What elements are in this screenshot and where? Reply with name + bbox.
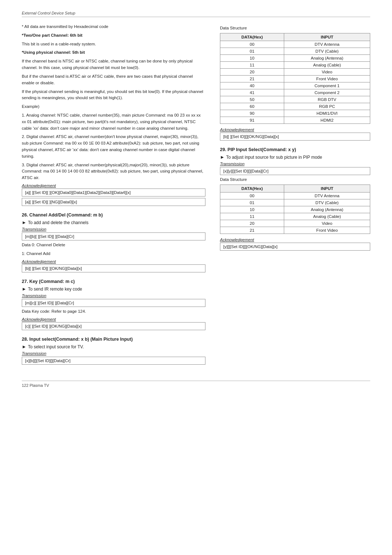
intro-line-7: If the physical channel sending is meani… — [22, 89, 205, 102]
input-table-2: DATA(Hex) INPUT 00DTV Antenna01DTV (Cabl… — [220, 185, 370, 234]
table-cell: Front Video — [284, 227, 370, 234]
table2-header-hex: DATA(Hex) — [220, 185, 284, 193]
section-28: 28. Input select(Command: x b) (Main Pic… — [22, 337, 205, 365]
table-cell: Video — [284, 220, 370, 227]
right-column: Data Structure DATA(Hex) INPUT 00DTV Ant… — [220, 24, 370, 366]
table-row: 01DTV (Cable) — [220, 48, 370, 55]
section-26-tx-code: [m][b][ ][Set ID][ ][Data][Cr] — [22, 232, 205, 240]
table-cell: 20 — [220, 69, 284, 76]
table-cell: Component 1 — [284, 82, 370, 89]
section-27-tx-code: [m][c][ ][Set ID][ ][Data][Cr] — [22, 299, 205, 307]
section-26-heading: 26. Channel Add/Del (Command: m b) — [22, 212, 205, 218]
table-row: 91HDMI2 — [220, 117, 370, 124]
table1-header-input: INPUT — [284, 33, 370, 41]
table-row: 00DTV Antenna — [220, 193, 370, 199]
table-cell: 10 — [220, 206, 284, 213]
intro-line-1: * All data are transmitted by Hexadecima… — [22, 24, 205, 30]
table-cell: Analog (Cable) — [284, 213, 370, 220]
input-table-1: DATA(Hex) INPUT 00DTV Antenna01DTV (Cabl… — [220, 33, 370, 124]
ack-label-1: Acknowledgement — [22, 183, 205, 188]
section-29-transmission: Transmission — [220, 162, 370, 166]
table-row: 11Analog (Cable) — [220, 213, 370, 220]
data-structure-label-1: Data Structure — [220, 26, 370, 30]
table-cell: Component 2 — [284, 89, 370, 96]
table-row: 20Video — [220, 69, 370, 76]
ack-code-1a: [a][ ][Set ID][ ][OK][Data0][Data1][Data… — [22, 189, 205, 197]
intro-line-3: This bit is used in a cable-ready system… — [22, 41, 205, 48]
table-cell: 60 — [220, 103, 284, 110]
page-header: External Control Device Setup — [22, 11, 370, 17]
ack-code-right: [b][ ][Set ID][][OK/NG][Data][x] — [220, 133, 370, 141]
main-content: * All data are transmitted by Hexadecima… — [22, 24, 370, 366]
section-28-tx-code: [x][b][][Set ID][][Data][Cr] — [22, 357, 205, 365]
table-cell: 00 — [220, 41, 284, 48]
table-cell: Analog (Cable) — [284, 62, 370, 69]
table-row: 60RGB PC — [220, 103, 370, 110]
section-29-arrow: ►To adjust input source for sub picture … — [220, 154, 370, 160]
section-27-ack-code: [c][ ][Set ID][ ][OK/NG][Data][x] — [22, 322, 205, 330]
page: External Control Device Setup * All data… — [0, 0, 392, 555]
intro-line-10: 2. Digital channel: ATSC air, channel nu… — [22, 134, 205, 159]
intro-line-2: *Two/One part Channel: 6th bit — [22, 32, 205, 39]
footer: 122 Plasma TV — [22, 381, 370, 388]
arrow-icon-27: ► — [22, 286, 26, 292]
section-26-data-0: Data 0: Channel Delete — [22, 242, 205, 248]
section-26-arrow: ►To add and delete the channels — [22, 220, 205, 225]
table-cell: DTV Antenna — [284, 41, 370, 48]
table-row: 21Front Video — [220, 227, 370, 234]
section-27-ack-label: Acknowledgement — [22, 317, 205, 321]
table-cell: 90 — [220, 110, 284, 117]
arrow-icon-28: ► — [22, 344, 26, 349]
table-cell: 40 — [220, 82, 284, 89]
table-row: 11Analog (Cable) — [220, 62, 370, 69]
section-26-ack-code: [b][ ][Set ID][ ][OK/NG][Data][x] — [22, 264, 205, 272]
section-26-transmission: Transmission — [22, 227, 205, 231]
table-cell: 20 — [220, 220, 284, 227]
left-column: * All data are transmitted by Hexadecima… — [22, 24, 205, 366]
table-row: 40Component 1 — [220, 82, 370, 89]
table-cell: 01 — [220, 48, 284, 55]
table-cell: Video — [284, 69, 370, 76]
table-cell: DTV (Cable) — [284, 48, 370, 55]
table-row: 01DTV (Cable) — [220, 199, 370, 206]
table-cell: RGB PC — [284, 103, 370, 110]
intro-line-5: If the channel band is NTSC air or NTSC … — [22, 58, 205, 71]
section-27-transmission: Transmission — [22, 293, 205, 298]
table-row: 10Analog (Antenna) — [220, 206, 370, 213]
section-29: 29. PIP Input Select(Command: x y) ►To a… — [220, 147, 370, 251]
table-row: 50RGB DTV — [220, 96, 370, 103]
table-row: 00DTV Antenna — [220, 41, 370, 48]
section-26-data-1: 1: Channel Add — [22, 251, 205, 257]
section-28-heading: 28. Input select(Command: x b) (Main Pic… — [22, 337, 205, 342]
data-structure-label-2: Data Structure — [220, 177, 370, 182]
table-cell: HDMI2 — [284, 117, 370, 124]
section-26-ack-label: Acknowledgement — [22, 259, 205, 264]
table-cell: RGB DTV — [284, 96, 370, 103]
table-cell: 41 — [220, 89, 284, 96]
section-29-tx-code: [x][y][][Set ID][][Data][Cr] — [220, 167, 370, 175]
table-row: 10Analog (Antenna) — [220, 55, 370, 62]
table-cell: Analog (Antenna) — [284, 206, 370, 213]
intro-line-6: But if the channel band is ATSC air or A… — [22, 73, 205, 86]
section-27-arrow: ►To send IR remote key code — [22, 286, 205, 292]
ack-code-1b: [a][ ][Set ID][ ][NG][Data0][x] — [22, 198, 205, 206]
arrow-icon-29: ► — [220, 154, 225, 160]
intro-line-8: Example) — [22, 104, 205, 110]
table-cell: 50 — [220, 96, 284, 103]
table-cell: 21 — [220, 76, 284, 82]
section-29-ack-label: Acknowledgement — [220, 238, 370, 242]
table-row: 90HDMI1/DVI — [220, 110, 370, 117]
table-cell: Front Video — [284, 76, 370, 82]
table-cell: 21 — [220, 227, 284, 234]
section-28-transmission: Transmission — [22, 351, 205, 356]
section-28-arrow: ►To select input source for TV. — [22, 344, 205, 349]
table-cell: 00 — [220, 193, 284, 199]
intro-line-11: 3. Digital channel: ATSC air, channel nu… — [22, 162, 205, 181]
intro-line-4: *Using physical channel: 5th bit — [22, 49, 205, 56]
section-26: 26. Channel Add/Del (Command: m b) ►To a… — [22, 212, 205, 272]
table-cell: 91 — [220, 117, 284, 124]
table2-header-input: INPUT — [284, 185, 370, 193]
section-29-heading: 29. PIP Input Select(Command: x y) — [220, 147, 370, 152]
table-cell: Analog (Antenna) — [284, 55, 370, 62]
table-cell: HDMI1/DVI — [284, 110, 370, 117]
